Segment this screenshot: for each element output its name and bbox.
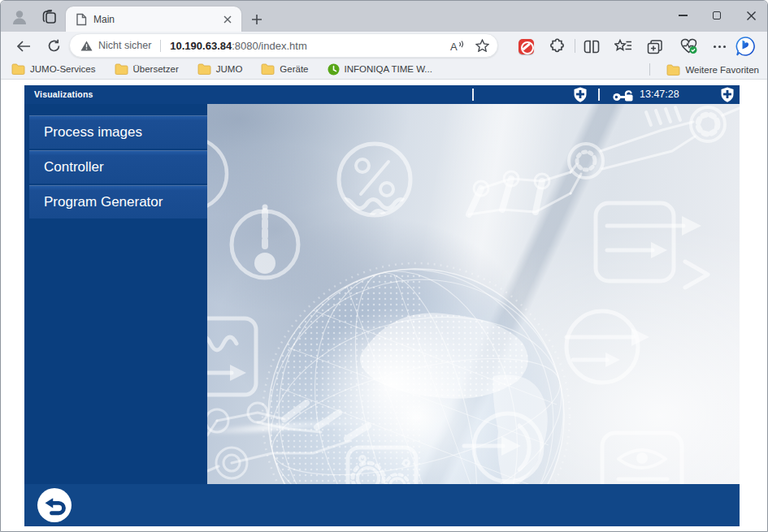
humidity-percent-icon [339,144,410,220]
navigation-toolbar: Nicht sicher 10.190.63.84 :8080/index.ht… [1,32,767,59]
browser-essentials-button[interactable] [679,36,700,57]
temperature-icon [232,205,298,279]
plus-icon [251,14,263,25]
add-favorite-star-icon[interactable] [475,39,489,52]
url-path: :8080/index.htm [232,40,307,52]
tab-title: Main [93,14,220,25]
bookmarks-divider [649,63,650,76]
tab-close-button[interactable] [220,12,235,27]
bookmark-label: Übersetzer [133,64,179,74]
bookmark-infoniqa[interactable]: INFONIQA TIME W... [328,61,432,77]
browser-window: Main [0,0,768,532]
green-clock-icon [328,63,340,76]
signal-record-icon [207,318,256,395]
refresh-button[interactable] [43,35,65,57]
minimize-icon [679,15,688,16]
toolbar-divider [575,39,575,53]
url-divider [160,40,161,52]
shield-plus-icon[interactable] [574,87,587,102]
bookmark-label: Geräte [280,64,308,74]
collections-add-icon [647,39,663,54]
title-bar: Main [1,1,767,32]
bookmark-label: JUMO-Services [30,64,96,74]
workspaces-button[interactable] [38,6,61,28]
adblock-icon [519,39,534,54]
folder-icon [666,64,680,76]
bookmark-label: JUMO [216,64,243,74]
partial-circle-icon [207,138,227,210]
page-title: Visualizations [34,85,93,104]
bookmarks-bar: JUMO-Services Übersetzer JUMO Geräte INF… [1,59,767,80]
bookmark-label: Weitere Favoriten [685,65,759,75]
iot-globe-artwork [207,104,740,484]
folder-icon [11,63,25,75]
profile-icon [11,8,28,26]
back-arrow-icon [42,493,67,517]
browser-essentials-icon [680,38,698,54]
bookmark-uebersetzer[interactable]: Übersetzer [115,61,179,77]
bookmark-jumo-services[interactable]: JUMO-Services [11,61,96,77]
warning-triangle-icon[interactable] [80,41,93,51]
page-viewport: Visualizations 13:47:28 [1,80,767,531]
hero-image [207,104,740,484]
address-bar[interactable]: Nicht sicher 10.190.63.84 :8080/index.ht… [69,33,498,58]
svg-text:A: A [450,40,458,52]
back-arrow-icon [16,41,31,52]
jumo-web-app: Visualizations 13:47:28 [24,85,740,526]
maximize-icon [713,11,721,19]
extensions-button[interactable] [547,36,568,57]
favorites-hub-button[interactable] [613,36,634,57]
split-screen-icon [584,40,600,54]
tab-main[interactable]: Main [66,6,241,32]
robot-hand-icon [469,107,740,214]
copilot-icon [735,36,756,57]
copilot-button[interactable] [735,36,756,57]
close-icon [747,11,756,20]
extensions-puzzle-icon [549,38,566,54]
close-window-button[interactable] [737,1,765,30]
refresh-icon [47,39,61,53]
clock-display: 13:47:28 [640,85,679,104]
close-icon [223,15,232,24]
folder-icon [261,63,275,75]
output-arrows-circle-icon [566,311,649,383]
key-unlock-icon[interactable] [613,88,634,102]
io-arrows-icon [596,203,708,288]
adblock-extension-button[interactable] [515,36,536,57]
collections-button[interactable] [644,36,666,57]
app-header: Visualizations 13:47:28 [24,85,740,104]
security-label: Nicht sicher [98,40,151,51]
workspaces-icon [41,9,59,26]
bookmark-geraete[interactable]: Geräte [261,61,308,77]
page-favicon-icon [76,13,87,26]
folder-icon [197,63,211,75]
folder-icon [115,63,128,75]
bookmark-label: INFONIQA TIME W... [345,64,432,74]
profile-button[interactable] [8,6,31,28]
sidebar-item-process-images[interactable]: Process images [29,115,207,149]
header-divider [598,89,600,101]
minimize-button[interactable] [669,1,696,30]
back-button[interactable] [37,488,72,522]
sidebar-item-controller[interactable]: Controller [29,150,207,184]
favorites-hub-icon [614,39,632,54]
app-footer [24,484,740,526]
back-button[interactable] [12,35,34,57]
header-divider [472,89,474,101]
maximize-button[interactable] [703,1,731,30]
sidebar-item-program-generator[interactable]: Program Generator [29,185,207,218]
more-favorites-button[interactable]: Weitere Favoriten [666,62,759,78]
more-dots-icon [714,45,726,48]
bookmark-jumo[interactable]: JUMO [197,61,243,77]
shield-plus-icon[interactable] [721,87,734,102]
new-tab-button[interactable] [247,10,267,29]
sidebar-menu: Process images Controller Program Genera… [24,104,207,484]
split-screen-button[interactable] [581,36,602,57]
url-host: 10.190.63.84 [170,40,232,52]
eye-monitor-icon [602,433,682,484]
settings-more-button[interactable] [709,36,730,57]
read-aloud-icon[interactable]: A [449,40,464,52]
